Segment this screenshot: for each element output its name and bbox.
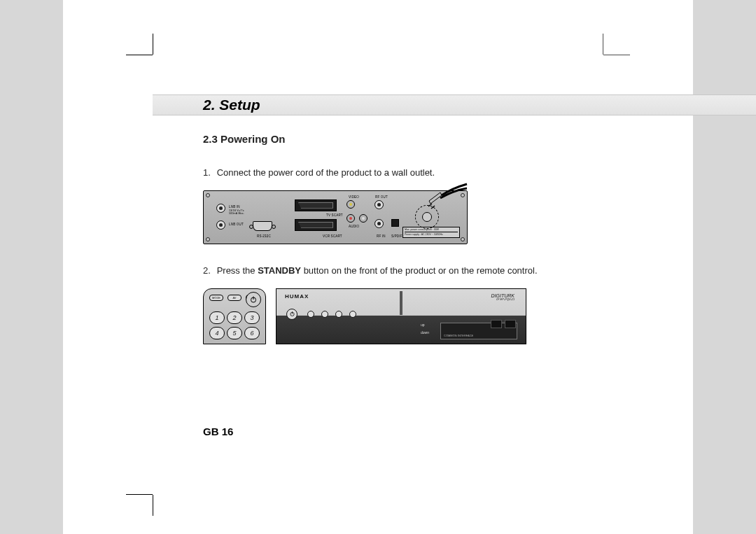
step-text: Connect the power cord of the product to… bbox=[217, 167, 435, 178]
front-button-icon bbox=[335, 311, 342, 318]
lnb-out-label: LNB OUT bbox=[229, 223, 244, 226]
power-inlet-illustration bbox=[402, 192, 451, 227]
rf-in-label: RF IN bbox=[377, 234, 386, 238]
step-2: 2. Press the STANDBY button on the front… bbox=[203, 264, 707, 279]
lnb-out-port-icon bbox=[216, 220, 225, 230]
content-area: 2.3 Powering On 1. Connect the power cor… bbox=[203, 133, 707, 358]
brand2-label: DIGITURK D² EP-PQX-CI bbox=[491, 293, 514, 301]
badge-icon bbox=[505, 320, 516, 328]
tv-scart-port-icon bbox=[295, 199, 337, 211]
power-cord-icon bbox=[426, 183, 468, 211]
power-icon bbox=[249, 295, 258, 304]
remote-digit-6: 6 bbox=[244, 327, 260, 339]
rf-out-label: RF OUT bbox=[375, 195, 388, 199]
remote-digit-3: 3 bbox=[244, 311, 260, 324]
audio-l-rca-icon bbox=[359, 214, 368, 223]
screw-icon bbox=[206, 237, 210, 241]
crop-mark bbox=[126, 55, 153, 55]
step-number: 1. bbox=[203, 166, 214, 181]
screw-icon bbox=[461, 237, 465, 241]
remote-mode-button: MODE bbox=[209, 295, 223, 301]
section-title: 2.3 Powering On bbox=[203, 133, 707, 145]
rf-in-port-icon bbox=[374, 219, 384, 228]
audio-label: AUDIO bbox=[349, 225, 359, 228]
remote-digit-1: 1 bbox=[209, 311, 225, 324]
remote-digit-2: 2 bbox=[227, 311, 242, 324]
cert-badges bbox=[491, 320, 516, 328]
vcr-scart-port-icon bbox=[295, 219, 337, 231]
step-1: 1. Connect the power cord of the product… bbox=[203, 166, 707, 181]
figure-rear-panel: LNB IN 13/18 V=/Tx 500mA Max. LNB OUT RS… bbox=[203, 190, 468, 244]
rf-out-port-icon bbox=[374, 200, 384, 209]
tv-scart-label: TV SCART bbox=[326, 213, 343, 217]
lnb-in-sublabel: 13/18 V=/Tx 500mA Max. bbox=[229, 209, 250, 216]
front-button-icon bbox=[307, 311, 314, 318]
vcr-scart-label: VCR SCART bbox=[323, 234, 342, 238]
step-text-bold: STANDBY bbox=[258, 265, 301, 276]
badge-icon bbox=[491, 320, 502, 328]
front-slot-icon bbox=[400, 291, 402, 315]
remote-digit-4: 4 bbox=[209, 327, 225, 339]
figure-front-and-remote: MODE AV STANDBY 1 2 3 4 5 6 bbox=[203, 288, 707, 344]
rs232-port-icon bbox=[253, 221, 272, 231]
lnb-in-label: LNB IN bbox=[229, 205, 240, 209]
front-standby-button-icon bbox=[286, 309, 298, 320]
rs232-label: RS-232C bbox=[257, 234, 271, 238]
spdif-port-icon bbox=[391, 219, 399, 227]
svg-line-0 bbox=[428, 204, 432, 206]
power-icon bbox=[289, 311, 295, 317]
spdif-label: S/PDIF bbox=[391, 234, 402, 238]
front-button-icon bbox=[349, 311, 356, 318]
rating-line-1: Max. power consumption : 30W bbox=[405, 228, 458, 231]
page-number: GB 16 bbox=[203, 426, 233, 437]
remote-av-button: AV bbox=[227, 295, 241, 301]
remote-digit-5: 5 bbox=[227, 327, 242, 339]
crop-mark bbox=[603, 55, 630, 55]
crop-mark bbox=[153, 34, 153, 55]
front-panel-illustration: HUMAX DIGITURK D² EP-PQX-CI up bbox=[276, 288, 526, 344]
video-label: VIDEO bbox=[349, 195, 359, 199]
crop-mark bbox=[603, 34, 603, 55]
step-text-before: Press the bbox=[217, 265, 258, 276]
screw-icon bbox=[206, 193, 210, 197]
manual-page: 2. Setup 2.3 Powering On 1. Connect the … bbox=[63, 0, 693, 534]
video-rca-icon bbox=[346, 200, 355, 209]
crop-mark bbox=[153, 495, 153, 516]
front-buttons bbox=[286, 309, 356, 320]
flap-labels: up down bbox=[421, 321, 429, 337]
flap-up-label: up bbox=[421, 321, 429, 329]
rating-plate: Max. power consumption : 30W Power suppl… bbox=[402, 227, 460, 238]
step-number: 2. bbox=[203, 264, 214, 279]
rating-line-2: Power supply : AC 230V ~ 50/60Hz bbox=[405, 233, 458, 236]
step-text-after: button on the front of the product or on… bbox=[301, 265, 538, 276]
flap-down-label: down bbox=[421, 329, 429, 337]
remote-standby-button-icon bbox=[246, 292, 261, 307]
lnb-in-port-icon bbox=[216, 204, 225, 213]
ci-label: COMMON INTERFACE bbox=[444, 334, 473, 337]
chapter-title-band: 2. Setup bbox=[153, 94, 756, 115]
audio-r-rca-icon bbox=[346, 214, 355, 223]
front-button-icon bbox=[321, 311, 328, 318]
crop-mark bbox=[126, 494, 153, 495]
remote-control-illustration: MODE AV STANDBY 1 2 3 4 5 6 bbox=[203, 288, 266, 344]
chapter-title: 2. Setup bbox=[203, 97, 260, 113]
brand-label: HUMAX bbox=[285, 293, 309, 300]
svg-line-1 bbox=[431, 206, 435, 209]
